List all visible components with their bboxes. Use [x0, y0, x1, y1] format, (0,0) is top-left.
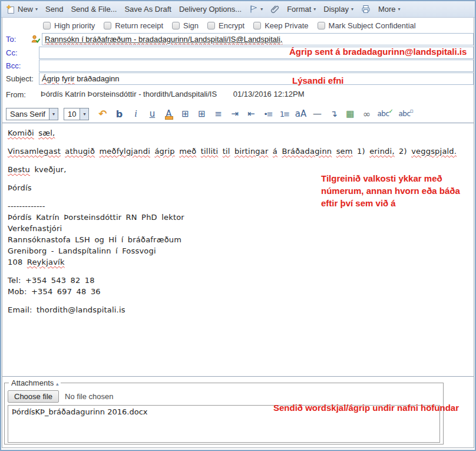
checkbox-icon[interactable]: [104, 22, 111, 29]
font-family-select[interactable]: Sans Serif ▾: [6, 108, 58, 120]
body-line: [8, 175, 468, 182]
italic-icon[interactable]: i: [130, 108, 141, 119]
delivery-options-button[interactable]: Delivery Options...: [179, 5, 242, 14]
checkbox-icon[interactable]: [207, 22, 215, 29]
body-line: Tel: +354 543 82 18: [8, 275, 468, 286]
insert-image-icon[interactable]: ▦: [344, 108, 356, 119]
to-input[interactable]: Rannsókn í bráðafræðum - bradadagurinn/L…: [42, 33, 474, 45]
underline-icon[interactable]: u: [146, 108, 158, 119]
send-button[interactable]: Send: [45, 5, 63, 14]
checkbox-icon[interactable]: [172, 22, 180, 29]
attach-file-button[interactable]: [270, 5, 279, 14]
spell-check-icon[interactable]: abc: [377, 110, 394, 118]
bcc-label: Bcc:: [6, 61, 21, 70]
chevron-down-icon: ▾: [398, 6, 401, 12]
save-as-draft-label: Save As Draft: [124, 5, 171, 14]
follow-up-flag-button[interactable]: ▾: [249, 5, 263, 14]
new-button[interactable]: New ▾: [6, 5, 38, 14]
cc-input[interactable]: [39, 47, 474, 59]
numbered-list-icon[interactable]: 1≡: [278, 110, 290, 118]
checkbox-icon[interactable]: [43, 22, 51, 29]
font-size-select[interactable]: 10 ▾: [64, 108, 89, 120]
body-line: -------------: [8, 200, 468, 212]
from-row: From: Þórdís Katrín Þorsteinsdóttir - th…: [2, 88, 474, 99]
new-document-icon: [6, 5, 15, 14]
body-line: Bestu kveðjur,: [8, 164, 468, 175]
body-line: Mob: +354 697 48 36: [8, 286, 468, 297]
more-menu-label: More: [378, 5, 396, 14]
bold-icon[interactable]: b: [113, 108, 125, 120]
body-line: Þórdís Katrín Þorsteinsdóttir RN PhD lek…: [8, 212, 468, 223]
insert-table-icon[interactable]: ⊞: [179, 108, 191, 119]
checkbox-icon[interactable]: [318, 22, 325, 29]
indent-left-icon[interactable]: ⇤: [245, 108, 257, 119]
option-keep-private[interactable]: Keep Private: [253, 21, 308, 30]
from-value: Þórdís Katrín Þorsteinsdóttir - thordith…: [41, 90, 217, 98]
chevron-down-icon[interactable]: ▾: [49, 108, 58, 120]
chevron-down-icon[interactable]: ▾: [35, 6, 38, 12]
insert-page-break-icon[interactable]: ↴: [328, 108, 339, 119]
message-body[interactable]: Komiði sæl,Vinsamlegast athugið meðfylgj…: [2, 123, 474, 377]
from-value-line: Þórdís Katrín Þorsteinsdóttir - thordith…: [41, 90, 305, 98]
bullet-list-icon[interactable]: •≡: [262, 110, 273, 118]
checkbox-label: Mark Subject Confidential: [329, 21, 416, 30]
horizontal-rule-icon[interactable]: —: [311, 108, 323, 119]
cc-row: Cc:: [2, 47, 474, 60]
attachments-legend: Attachments ▴: [9, 378, 61, 387]
bcc-row: Bcc:: [2, 60, 474, 73]
new-button-label: New: [18, 5, 33, 14]
file-chosen-status: No file chosen: [65, 392, 113, 401]
subject-label: Subject:: [6, 74, 34, 83]
text-color-icon[interactable]: A: [163, 108, 174, 119]
attachment-file[interactable]: ÞórdísKÞ_bráðadagurinn 2016.docx: [12, 407, 436, 416]
table-properties-icon[interactable]: ⊞: [196, 108, 207, 119]
address-book-icon[interactable]: [31, 34, 41, 44]
option-sign[interactable]: Sign: [172, 21, 199, 30]
checkbox-label: High priority: [54, 21, 95, 30]
mail-compose-window: New ▾ Send Send & File... Save As Draft …: [0, 0, 476, 451]
body-line: [8, 157, 468, 164]
body-line: Greniborg - Landspítalinn í Fossvogi: [8, 245, 468, 256]
body-line: Vinsamlegast athugið meðfylgjandi ágrip …: [8, 146, 468, 157]
undo-icon[interactable]: ↶: [97, 108, 108, 120]
more-menu[interactable]: More ▾: [378, 5, 401, 14]
collapse-arrow-icon[interactable]: ▴: [56, 381, 59, 387]
option-encrypt[interactable]: Encrypt: [207, 21, 244, 30]
display-menu[interactable]: Display ▾: [323, 5, 353, 14]
insert-link-icon[interactable]: ∞: [361, 108, 372, 120]
subject-input[interactable]: Ágrip fyrir bráðadaginn: [39, 73, 474, 85]
option-return-receipt[interactable]: Return receipt: [104, 21, 163, 30]
bcc-input[interactable]: [39, 60, 474, 72]
align-text-icon[interactable]: ≡: [212, 108, 224, 119]
chevron-down-icon[interactable]: ▾: [80, 108, 88, 120]
chevron-down-icon: ▾: [313, 6, 316, 12]
body-line: Verkefnastjóri: [8, 223, 468, 234]
format-toolbar: Sans Serif ▾ 10 ▾ ↶biuA⊞⊞≡⇥⇤•≡1≡aA—↴▦∞ab…: [2, 105, 474, 123]
checkbox-icon[interactable]: [253, 22, 261, 29]
format-menu[interactable]: Format ▾: [287, 5, 316, 14]
print-button[interactable]: [361, 5, 371, 14]
checkbox-label: Sign: [183, 21, 199, 30]
checkbox-label: Encrypt: [219, 21, 244, 30]
font-size-value: 10: [64, 108, 80, 120]
indent-right-icon[interactable]: ⇥: [229, 108, 240, 119]
attachment-list[interactable]: ÞórdísKÞ_bráðadagurinn 2016.docx: [8, 405, 440, 443]
to-label: To:: [6, 35, 16, 44]
font-family-value: Sans Serif: [6, 108, 49, 120]
to-value: Rannsókn í bráðafræðum - bradadagurinn/L…: [45, 35, 282, 44]
save-as-draft-button[interactable]: Save As Draft: [124, 5, 171, 14]
body-line: [8, 297, 468, 304]
subject-row: Subject: Ágrip fyrir bráðadaginn: [2, 73, 474, 85]
send-button-label: Send: [45, 5, 63, 14]
body-line: Þórdís: [8, 182, 468, 193]
chevron-down-icon[interactable]: ▾: [260, 6, 263, 12]
body-line: Email: thordith@landspitali.is: [8, 304, 468, 315]
choose-file-button[interactable]: Choose file: [8, 390, 59, 403]
option-high-priority[interactable]: High priority: [43, 21, 95, 30]
dictionary-icon[interactable]: abc: [398, 110, 414, 118]
text-size-icon[interactable]: aA: [295, 108, 306, 119]
flag-icon: [249, 5, 258, 14]
attachments-section: Attachments ▴ Choose file No file chosen…: [4, 378, 444, 445]
send-and-file-button[interactable]: Send & File...: [71, 5, 117, 14]
option-mark-subject-confidential[interactable]: Mark Subject Confidential: [318, 21, 416, 30]
